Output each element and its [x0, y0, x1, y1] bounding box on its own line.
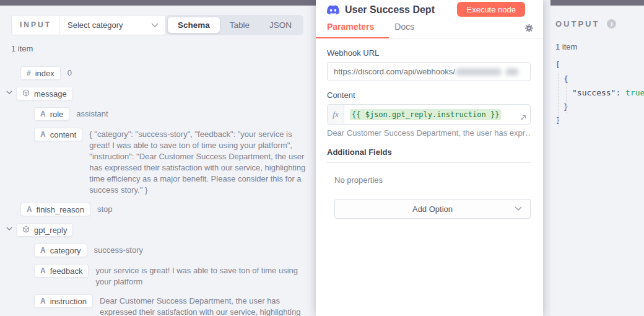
info-icon[interactable]: i [607, 19, 616, 29]
panel-gap [543, 0, 550, 316]
tab-parameters[interactable]: Parameters [327, 22, 374, 37]
schema-row-index: # index 0 [0, 66, 316, 80]
expand-expression-icon[interactable] [520, 114, 527, 121]
schema-key-pill[interactable]: message [16, 87, 73, 100]
content-label: Content [327, 90, 531, 100]
schema-row-role: A role assistant [0, 107, 316, 121]
object-type-icon [22, 226, 30, 234]
redacted-webhook-id [456, 68, 501, 76]
additional-fields-heading: Additional Fields [327, 147, 531, 163]
redacted-webhook-token [506, 68, 518, 76]
schema-row-category: A category success-story [0, 244, 316, 257]
webhook-url-label: Webhook URL [327, 48, 531, 58]
collapse-chevron-icon[interactable] [6, 90, 16, 94]
fx-expression-badge: fx [328, 105, 344, 124]
number-type-icon: # [27, 69, 31, 77]
input-panel: INPUT Select category Schema Table JSON … [0, 6, 316, 316]
node-title: User Success Dept [345, 4, 435, 15]
chevron-down-icon [515, 206, 522, 211]
input-panel-header: INPUT Select category Schema Table JSON [0, 6, 316, 35]
view-mode-switcher: Schema Table JSON [166, 15, 303, 35]
string-type-icon: A [40, 110, 46, 118]
schema-value: your service is great! I was able to sav… [95, 265, 308, 287]
string-type-icon: A [40, 267, 46, 274]
indent-guide [566, 87, 567, 113]
input-panel-label: INPUT [12, 15, 60, 35]
schema-key-pill[interactable]: # index [20, 66, 61, 80]
node-tabs: Parameters Docs [327, 22, 534, 37]
tab-table[interactable]: Table [220, 17, 259, 33]
active-tab-underline [316, 37, 389, 38]
parameters-body: Webhook URL https://discord.com/api/webh… [316, 38, 543, 219]
schema-key-pill[interactable]: A category [34, 244, 87, 257]
webhook-url-input[interactable]: https://discord.com/api/webhooks/ [327, 62, 531, 81]
schema-row-finish-reason: A finish_reason stop [0, 203, 316, 216]
collapse-chevron-icon[interactable] [6, 227, 16, 230]
schema-key-pill[interactable]: gpt_reply [16, 223, 73, 237]
output-panel-label: OUTPUT [555, 19, 599, 29]
node-settings-panel: User Success Dept Execute node Parameter… [316, 0, 543, 316]
object-type-icon [22, 89, 30, 98]
node-header: User Success Dept Execute node Parameter… [316, 0, 543, 38]
no-properties-text: No properties [334, 175, 531, 185]
schema-row-instruction: A instruction Dear Customer Success Depa… [0, 294, 316, 316]
content-expression-input[interactable]: fx {{ $json.gpt_reply.instruction }} [327, 104, 531, 125]
input-category-select[interactable]: INPUT Select category [11, 15, 166, 35]
schema-row-content: A content { "category": "success-story",… [0, 128, 316, 196]
schema-value: Dear Customer Success Department, the us… [100, 296, 308, 316]
schema-key-pill[interactable]: A instruction [34, 294, 93, 308]
string-type-icon: A [40, 247, 46, 254]
schema-row-feedback: A feedback your service is great! I was … [0, 264, 316, 287]
string-type-icon: A [27, 206, 32, 213]
schema-value: success-story [94, 245, 308, 256]
json-key-success: "success" [572, 88, 616, 97]
json-value-true: true [625, 88, 644, 97]
indent-guide [558, 74, 559, 126]
output-panel: OUTPUT i 1 item [ { "success": true } ] [550, 6, 644, 316]
tab-json[interactable]: JSON [259, 17, 302, 33]
schema-value: stop [97, 204, 308, 215]
execute-node-button[interactable]: Execute node [457, 2, 525, 17]
schema-tree: # index 0 message A ro [0, 66, 316, 316]
schema-row-message: message [0, 87, 316, 100]
schema-key-pill[interactable]: A role [34, 107, 69, 121]
string-type-icon: A [40, 297, 46, 305]
output-items-count: 1 item [555, 42, 644, 51]
expression-result-preview: Dear Customer Success Department, the us… [327, 128, 531, 138]
expression-token[interactable]: {{ $json.gpt_reply.instruction }} [350, 109, 501, 120]
schema-row-gpt-reply: gpt_reply [0, 223, 316, 237]
schema-value: 0 [67, 68, 290, 79]
discord-icon [327, 4, 339, 16]
schema-key-pill[interactable]: A feedback [34, 264, 89, 278]
category-select-value[interactable]: Select category [60, 20, 151, 30]
schema-value: assistant [76, 108, 299, 120]
output-json-view: [ { "success": true } ] [555, 58, 644, 128]
string-type-icon: A [40, 131, 46, 138]
schema-value: { "category": "success-story", "feedback… [89, 129, 308, 196]
input-items-count: 1 item [11, 44, 316, 53]
n8n-node-detail-view: INPUT Select category Schema Table JSON … [0, 0, 644, 316]
chevron-down-icon[interactable] [151, 23, 159, 27]
schema-key-pill[interactable]: A content [34, 128, 82, 141]
gear-icon[interactable] [524, 24, 534, 33]
schema-key-pill[interactable]: A finish_reason [20, 203, 90, 216]
tab-schema[interactable]: Schema [168, 17, 220, 33]
add-option-button[interactable]: Add Option [334, 199, 531, 219]
tab-docs[interactable]: Docs [394, 22, 414, 37]
